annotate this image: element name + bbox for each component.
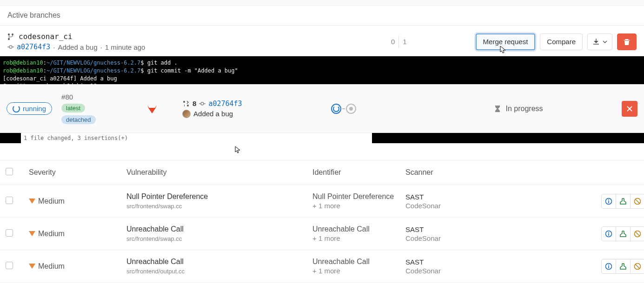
header-identifier[interactable]: Identifier [312, 168, 405, 177]
issue-icon [619, 198, 627, 205]
scanner-cell: SASTCodeSonar [405, 258, 564, 275]
svg-point-3 [201, 102, 204, 105]
gitlab-icon [146, 103, 158, 114]
identifier-cell: Unreachable Call+ 1 more [312, 225, 405, 242]
create-issue-button[interactable] [616, 194, 631, 209]
pipeline-commit-title: Added a bug [193, 110, 233, 118]
header-severity[interactable]: Severity [29, 168, 126, 177]
row-checkbox[interactable] [6, 229, 13, 237]
header-vulnerability[interactable]: Vulnerability [126, 168, 312, 177]
svg-point-12 [608, 232, 609, 233]
row-actions [564, 259, 644, 274]
branch-name[interactable]: codesonar_ci [19, 32, 73, 41]
info-button[interactable] [601, 259, 616, 274]
severity-medium-icon [29, 264, 35, 269]
commit-icon [7, 44, 14, 50]
svg-rect-13 [608, 233, 609, 236]
compare-button[interactable]: Compare [540, 33, 583, 50]
vulnerability-table: Severity Vulnerability Identifier Scanne… [0, 160, 644, 283]
svg-line-20 [636, 264, 640, 268]
info-icon [605, 263, 612, 270]
merge-request-button[interactable]: Merge request [476, 33, 536, 50]
sep: · [100, 43, 102, 51]
pipeline-section: running #80 latest detached 8 a02764f3 A… [0, 84, 644, 133]
author-avatar [182, 110, 191, 118]
info-button[interactable] [601, 194, 616, 209]
vuln-row: Medium Unreachable Callsrc/frontend/outp… [0, 250, 644, 283]
sep: · [53, 43, 55, 51]
cursor-icon [235, 146, 241, 154]
row-actions [564, 194, 644, 209]
info-button[interactable] [601, 226, 616, 241]
branch-icon [7, 33, 15, 40]
vuln-row: Medium Unreachable Callsrc/frontend/swap… [0, 218, 644, 250]
dismiss-icon [634, 230, 641, 238]
severity-cell: Medium [29, 230, 126, 238]
download-dropdown[interactable] [587, 33, 612, 50]
pipeline-status-text: In progress [506, 105, 543, 113]
severity-medium-icon [29, 231, 35, 236]
commit-time: 1 minute ago [105, 43, 146, 51]
create-issue-button[interactable] [616, 226, 631, 241]
dismiss-icon [634, 263, 641, 270]
svg-line-10 [636, 199, 640, 203]
vuln-row: Medium Null Pointer Dereferencesrc/front… [0, 185, 644, 218]
identifier-cell: Unreachable Call+ 1 more [312, 258, 405, 275]
triggerer-icon [131, 103, 173, 114]
scanner-cell: SASTCodeSonar [405, 225, 564, 242]
delete-branch-button[interactable] [617, 33, 637, 50]
svg-rect-18 [608, 266, 609, 268]
pipeline-stages[interactable] [331, 104, 415, 114]
dismiss-button[interactable] [630, 226, 644, 241]
terminal-output: rob@debian10:~/GIT/NEWVLOG/gnuchess-6.2.… [0, 56, 644, 84]
commit-sha-link[interactable]: a02764f3 [17, 43, 50, 51]
branch-row: codesonar_ci a02764f3 · Added a bug · 1 … [0, 26, 644, 56]
mr-count: 8 [193, 99, 196, 107]
merge-request-icon [182, 100, 190, 107]
severity-cell: Medium [29, 197, 126, 205]
svg-line-15 [636, 232, 640, 236]
create-issue-button[interactable] [616, 259, 631, 274]
pipeline-id[interactable]: #80 [61, 93, 73, 101]
active-branches-heading: Active branches [0, 6, 644, 26]
severity-medium-icon [29, 199, 35, 204]
info-icon [605, 230, 612, 238]
row-actions [564, 226, 644, 241]
scanner-cell: SASTCodeSonar [405, 193, 564, 210]
stage-connector [342, 108, 345, 109]
vulnerability-cell[interactable]: Unreachable Callsrc/frontend/output.cc [126, 258, 312, 275]
vulnerability-cell[interactable]: Unreachable Callsrc/frontend/swap.cc [126, 225, 312, 242]
issue-icon [619, 230, 627, 238]
header-scanner[interactable]: Scanner [405, 168, 564, 177]
pipeline-status-running[interactable]: running [7, 102, 52, 115]
stage-created-icon[interactable] [346, 104, 356, 114]
commits-behind: 0 [387, 36, 399, 47]
chevron-down-icon [603, 40, 607, 44]
row-checkbox[interactable] [6, 197, 13, 204]
stage-running-icon[interactable] [331, 104, 341, 114]
svg-point-7 [608, 199, 609, 200]
diff-stats: 0 1 [387, 36, 411, 47]
row-checkbox[interactable] [6, 262, 13, 269]
dismiss-button[interactable] [630, 259, 644, 274]
download-icon [592, 38, 600, 46]
dismiss-icon [634, 198, 641, 205]
cursor-icon [500, 46, 507, 55]
info-icon [605, 198, 612, 205]
trash-icon [623, 38, 631, 46]
svg-rect-8 [608, 201, 609, 203]
commits-ahead: 1 [399, 36, 410, 47]
pipeline-commit-sha[interactable]: a02764f3 [208, 99, 242, 108]
vulnerability-cell[interactable]: Null Pointer Dereferencesrc/frontend/swa… [126, 192, 312, 210]
running-spinner-icon [13, 105, 20, 113]
severity-cell: Medium [29, 262, 126, 271]
select-all-checkbox[interactable] [6, 168, 13, 175]
badge-latest: latest [61, 104, 85, 113]
commit-icon [199, 100, 206, 107]
svg-point-17 [608, 265, 609, 265]
issue-icon [619, 263, 627, 270]
top-divider [0, 0, 644, 6]
identifier-cell: Null Pointer Dereference+ 1 more [312, 192, 405, 210]
dismiss-button[interactable] [630, 194, 644, 209]
cancel-pipeline-button[interactable] [622, 101, 637, 117]
